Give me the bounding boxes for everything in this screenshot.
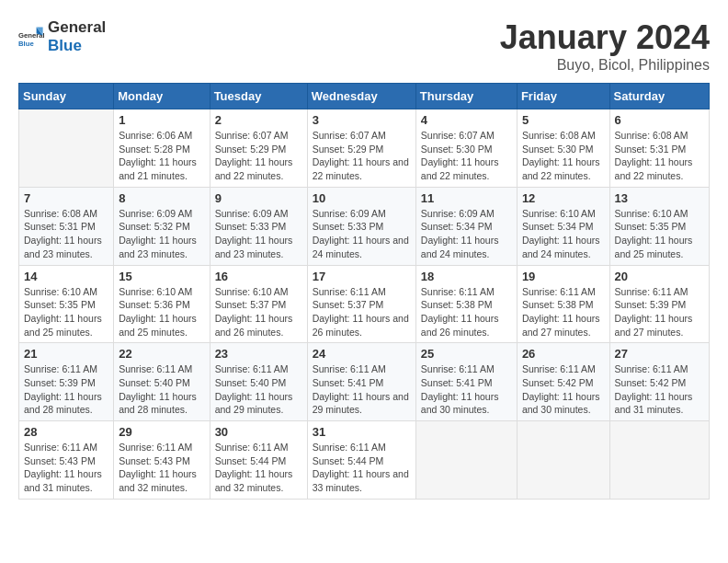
daylight-text: Daylight: 11 hours and 29 minutes. bbox=[313, 390, 411, 417]
day-info: Sunrise: 6:08 AMSunset: 5:31 PMDaylight:… bbox=[615, 129, 704, 183]
calendar-cell: 3Sunrise: 6:07 AMSunset: 5:29 PMDaylight… bbox=[307, 109, 415, 188]
day-number: 7 bbox=[24, 191, 108, 205]
sunset-text: Sunset: 5:28 PM bbox=[119, 143, 204, 156]
sunset-text: Sunset: 5:31 PM bbox=[24, 220, 108, 234]
daylight-text: Daylight: 11 hours and 22 minutes. bbox=[421, 155, 512, 182]
daylight-text: Daylight: 11 hours and 29 minutes. bbox=[215, 390, 302, 417]
day-info: Sunrise: 6:11 AMSunset: 5:42 PMDaylight:… bbox=[522, 362, 605, 417]
daylight-text: Daylight: 11 hours and 24 minutes. bbox=[313, 234, 411, 260]
sunset-text: Sunset: 5:33 PM bbox=[313, 220, 411, 234]
daylight-text: Daylight: 11 hours and 25 minutes. bbox=[119, 312, 204, 339]
day-number: 10 bbox=[313, 191, 411, 205]
sunset-text: Sunset: 5:37 PM bbox=[313, 298, 411, 312]
day-number: 16 bbox=[215, 270, 302, 283]
day-number: 6 bbox=[615, 113, 704, 127]
calendar-cell: 7Sunrise: 6:08 AMSunset: 5:31 PMDaylight… bbox=[19, 187, 114, 265]
sunset-text: Sunset: 5:33 PM bbox=[215, 220, 302, 234]
sunset-text: Sunset: 5:36 PM bbox=[119, 298, 204, 312]
calendar-cell: 9Sunrise: 6:09 AMSunset: 5:33 PMDaylight… bbox=[210, 187, 307, 265]
day-info: Sunrise: 6:11 AMSunset: 5:43 PMDaylight:… bbox=[119, 441, 204, 495]
sunrise-text: Sunrise: 6:07 AM bbox=[421, 129, 512, 143]
sunrise-text: Sunrise: 6:11 AM bbox=[522, 362, 605, 376]
title-area: January 2024 Buyo, Bicol, Philippines bbox=[500, 18, 710, 74]
sunset-text: Sunset: 5:42 PM bbox=[615, 376, 704, 390]
day-number: 17 bbox=[313, 270, 411, 283]
daylight-text: Daylight: 11 hours and 31 minutes. bbox=[24, 467, 108, 494]
sunset-text: Sunset: 5:43 PM bbox=[24, 454, 108, 468]
week-row-4: 21Sunrise: 6:11 AMSunset: 5:39 PMDayligh… bbox=[19, 343, 710, 421]
sunset-text: Sunset: 5:43 PM bbox=[119, 454, 204, 468]
day-info: Sunrise: 6:11 AMSunset: 5:38 PMDaylight:… bbox=[522, 285, 605, 339]
daylight-text: Daylight: 11 hours and 30 minutes. bbox=[421, 390, 512, 417]
calendar-cell: 29Sunrise: 6:11 AMSunset: 5:43 PMDayligh… bbox=[114, 421, 210, 500]
sunset-text: Sunset: 5:37 PM bbox=[215, 298, 302, 312]
daylight-text: Daylight: 11 hours and 30 minutes. bbox=[522, 390, 605, 417]
sunset-text: Sunset: 5:35 PM bbox=[24, 298, 108, 312]
day-info: Sunrise: 6:11 AMSunset: 5:40 PMDaylight:… bbox=[119, 362, 204, 417]
day-info: Sunrise: 6:11 AMSunset: 5:44 PMDaylight:… bbox=[313, 441, 411, 495]
month-title: January 2024 bbox=[500, 18, 710, 57]
day-number: 31 bbox=[313, 425, 411, 439]
day-number: 4 bbox=[421, 113, 512, 127]
daylight-text: Daylight: 11 hours and 27 minutes. bbox=[615, 312, 704, 339]
logo-general-text: General bbox=[48, 18, 106, 37]
day-number: 2 bbox=[215, 113, 302, 127]
calendar-cell: 31Sunrise: 6:11 AMSunset: 5:44 PMDayligh… bbox=[307, 421, 415, 500]
calendar-cell: 5Sunrise: 6:08 AMSunset: 5:30 PMDaylight… bbox=[517, 109, 609, 188]
weekday-header-friday: Friday bbox=[517, 84, 609, 109]
day-number: 5 bbox=[522, 113, 605, 127]
sunrise-text: Sunrise: 6:09 AM bbox=[421, 207, 512, 221]
sunrise-text: Sunrise: 6:09 AM bbox=[119, 207, 204, 221]
calendar-cell: 19Sunrise: 6:11 AMSunset: 5:38 PMDayligh… bbox=[517, 265, 609, 343]
calendar-cell: 6Sunrise: 6:08 AMSunset: 5:31 PMDaylight… bbox=[609, 109, 709, 188]
calendar-cell: 13Sunrise: 6:10 AMSunset: 5:35 PMDayligh… bbox=[609, 187, 709, 265]
day-number: 27 bbox=[615, 347, 704, 361]
calendar-cell: 14Sunrise: 6:10 AMSunset: 5:35 PMDayligh… bbox=[19, 265, 114, 343]
sunrise-text: Sunrise: 6:07 AM bbox=[215, 129, 302, 143]
sunset-text: Sunset: 5:39 PM bbox=[615, 298, 704, 312]
sunrise-text: Sunrise: 6:11 AM bbox=[615, 362, 704, 376]
sunrise-text: Sunrise: 6:11 AM bbox=[24, 441, 108, 454]
day-number: 26 bbox=[522, 347, 605, 361]
sunrise-text: Sunrise: 6:11 AM bbox=[421, 362, 512, 376]
calendar-cell: 10Sunrise: 6:09 AMSunset: 5:33 PMDayligh… bbox=[307, 187, 415, 265]
day-info: Sunrise: 6:11 AMSunset: 5:42 PMDaylight:… bbox=[615, 362, 704, 417]
calendar-cell bbox=[609, 421, 709, 500]
day-number: 19 bbox=[522, 270, 605, 283]
location-subtitle: Buyo, Bicol, Philippines bbox=[500, 57, 710, 74]
sunrise-text: Sunrise: 6:11 AM bbox=[421, 285, 512, 299]
sunrise-text: Sunrise: 6:07 AM bbox=[313, 129, 411, 143]
svg-text:Blue: Blue bbox=[18, 40, 34, 48]
daylight-text: Daylight: 11 hours and 32 minutes. bbox=[215, 467, 302, 494]
day-number: 9 bbox=[215, 191, 302, 205]
day-number: 22 bbox=[119, 347, 204, 361]
day-info: Sunrise: 6:11 AMSunset: 5:41 PMDaylight:… bbox=[421, 362, 512, 417]
sunrise-text: Sunrise: 6:11 AM bbox=[313, 285, 411, 299]
day-number: 11 bbox=[421, 191, 512, 205]
sunset-text: Sunset: 5:30 PM bbox=[522, 143, 605, 156]
sunset-text: Sunset: 5:34 PM bbox=[522, 220, 605, 234]
calendar-cell: 11Sunrise: 6:09 AMSunset: 5:34 PMDayligh… bbox=[415, 187, 517, 265]
daylight-text: Daylight: 11 hours and 22 minutes. bbox=[522, 155, 605, 182]
sunrise-text: Sunrise: 6:11 AM bbox=[313, 362, 411, 376]
calendar-cell: 28Sunrise: 6:11 AMSunset: 5:43 PMDayligh… bbox=[19, 421, 114, 500]
calendar-cell: 15Sunrise: 6:10 AMSunset: 5:36 PMDayligh… bbox=[114, 265, 210, 343]
daylight-text: Daylight: 11 hours and 22 minutes. bbox=[215, 155, 302, 182]
weekday-header-monday: Monday bbox=[114, 84, 210, 109]
day-info: Sunrise: 6:06 AMSunset: 5:28 PMDaylight:… bbox=[119, 129, 204, 183]
day-number: 20 bbox=[615, 270, 704, 283]
sunrise-text: Sunrise: 6:11 AM bbox=[119, 362, 204, 376]
sunrise-text: Sunrise: 6:10 AM bbox=[522, 207, 605, 221]
calendar-cell: 23Sunrise: 6:11 AMSunset: 5:40 PMDayligh… bbox=[210, 343, 307, 421]
weekday-header-row: SundayMondayTuesdayWednesdayThursdayFrid… bbox=[19, 84, 710, 109]
sunset-text: Sunset: 5:39 PM bbox=[24, 376, 108, 390]
sunrise-text: Sunrise: 6:09 AM bbox=[215, 207, 302, 221]
week-row-3: 14Sunrise: 6:10 AMSunset: 5:35 PMDayligh… bbox=[19, 265, 710, 343]
sunset-text: Sunset: 5:41 PM bbox=[313, 376, 411, 390]
daylight-text: Daylight: 11 hours and 23 minutes. bbox=[215, 234, 302, 260]
sunrise-text: Sunrise: 6:10 AM bbox=[24, 285, 108, 299]
day-info: Sunrise: 6:07 AMSunset: 5:29 PMDaylight:… bbox=[215, 129, 302, 183]
day-number: 24 bbox=[313, 347, 411, 361]
calendar-cell: 22Sunrise: 6:11 AMSunset: 5:40 PMDayligh… bbox=[114, 343, 210, 421]
calendar-cell: 4Sunrise: 6:07 AMSunset: 5:30 PMDaylight… bbox=[415, 109, 517, 188]
